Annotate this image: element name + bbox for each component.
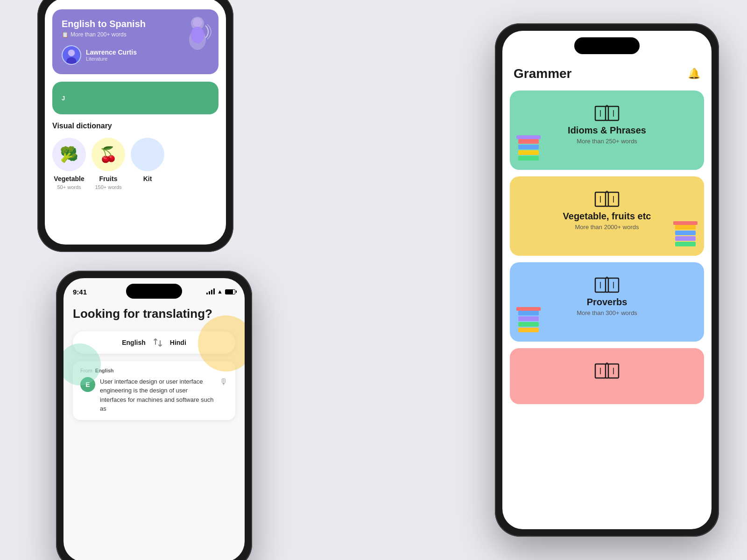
vegetable-name: Vegetable bbox=[54, 175, 84, 182]
dict-item-fruits[interactable]: 🍒 Fruits 150+ words bbox=[92, 138, 125, 190]
idioms-card-subtitle: More than 250+ words bbox=[577, 138, 637, 145]
dict-item-vegetable[interactable]: 🥦 Vegetable 50+ words bbox=[52, 138, 86, 190]
battery-icon bbox=[225, 289, 235, 294]
kit-name: Kit bbox=[143, 175, 152, 182]
author-role: Literature bbox=[86, 56, 137, 62]
from-label: From English bbox=[80, 368, 228, 373]
idioms-book-icon bbox=[593, 102, 621, 125]
status-icons: ▲ bbox=[206, 288, 235, 295]
author-info: Lawrence Curtis Literature bbox=[86, 49, 137, 62]
phone-3: Grammer 🔔 Idioms & Phrases More than 250… bbox=[495, 23, 719, 537]
svg-rect-38 bbox=[518, 311, 539, 315]
vegetable-books-decoration bbox=[673, 221, 698, 251]
svg-point-5 bbox=[68, 49, 75, 56]
fruits-icon-bg: 🍒 bbox=[92, 138, 125, 171]
lang-from-btn[interactable]: English bbox=[122, 339, 146, 346]
phone-2-screen: 9:41 ▲ Looking for translating? English bbox=[63, 278, 245, 560]
green-course-card: J bbox=[52, 82, 218, 114]
input-row: E User interface design or user interfac… bbox=[80, 377, 228, 413]
vegetable-card-subtitle: More than 2000+ words bbox=[575, 224, 639, 231]
idioms-card-title: Idioms & Phrases bbox=[568, 125, 646, 136]
green-card-label: J bbox=[62, 95, 65, 102]
svg-rect-26 bbox=[675, 231, 696, 235]
proverbs-card-title: Proverbs bbox=[587, 297, 627, 308]
kit-icon-bg bbox=[131, 138, 164, 171]
dynamic-island-3 bbox=[574, 37, 640, 54]
author-name: Lawrence Curtis bbox=[86, 49, 137, 56]
dict-item-kit[interactable]: Kit bbox=[131, 138, 164, 190]
fruits-icon: 🍒 bbox=[99, 146, 118, 163]
svg-point-2 bbox=[193, 18, 202, 27]
grammer-title: Grammer bbox=[514, 66, 572, 81]
phone-1: English to Spanish 📋 More than 200+ word… bbox=[37, 0, 233, 252]
input-text: User interface design or user interface … bbox=[100, 377, 215, 413]
vegetable-icon: 🥦 bbox=[60, 146, 78, 163]
svg-rect-24 bbox=[675, 242, 696, 246]
vegetable-count: 50+ words bbox=[57, 184, 81, 190]
svg-rect-17 bbox=[516, 135, 541, 139]
wifi-icon: ▲ bbox=[217, 288, 223, 295]
svg-rect-28 bbox=[673, 221, 698, 225]
dict-items-row: 🥦 Vegetable 50+ words 🍒 Fruits 150+ word… bbox=[45, 134, 226, 194]
svg-rect-25 bbox=[675, 236, 696, 241]
grammer-header: Grammer 🔔 bbox=[502, 59, 712, 91]
svg-rect-36 bbox=[518, 322, 539, 327]
svg-rect-37 bbox=[518, 316, 539, 321]
svg-rect-27 bbox=[675, 225, 696, 230]
card-illustration bbox=[176, 14, 214, 51]
vegetable-card-title: Vegetable, fruits etc bbox=[563, 211, 651, 222]
phone-3-screen: Grammer 🔔 Idioms & Phrases More than 250… bbox=[502, 31, 712, 529]
idioms-books-decoration bbox=[516, 135, 541, 165]
extra-card[interactable] bbox=[510, 348, 704, 404]
proverbs-book-icon bbox=[593, 273, 621, 297]
svg-rect-39 bbox=[516, 307, 541, 311]
phone-2: 9:41 ▲ Looking for translating? English bbox=[56, 271, 252, 560]
svg-rect-15 bbox=[518, 145, 539, 149]
swap-icon[interactable] bbox=[151, 336, 164, 349]
phone-1-screen: English to Spanish 📋 More than 200+ word… bbox=[45, 0, 226, 245]
lang-to-btn[interactable]: Hindi bbox=[170, 339, 186, 346]
fruits-count: 150+ words bbox=[95, 184, 121, 190]
fruits-name: Fruits bbox=[99, 175, 118, 182]
svg-rect-16 bbox=[518, 139, 539, 144]
proverbs-card-subtitle: More than 300+ words bbox=[577, 309, 637, 316]
course-card: English to Spanish 📋 More than 200+ word… bbox=[52, 9, 218, 74]
visual-dict-title: Visual dictionary bbox=[45, 114, 226, 134]
dynamic-island-2 bbox=[126, 284, 182, 299]
vegetable-icon-bg: 🥦 bbox=[52, 138, 86, 171]
proverbs-books-decoration bbox=[516, 307, 541, 337]
idioms-card[interactable]: Idioms & Phrases More than 250+ words bbox=[510, 91, 704, 170]
extra-book-icon bbox=[593, 359, 621, 383]
proverbs-card[interactable]: Proverbs More than 300+ words bbox=[510, 262, 704, 342]
svg-rect-35 bbox=[518, 328, 539, 332]
vegetable-book-icon bbox=[593, 188, 621, 211]
mic-icon[interactable]: 🎙 bbox=[219, 377, 228, 387]
svg-rect-13 bbox=[518, 156, 539, 161]
svg-point-3 bbox=[191, 27, 204, 43]
time-label: 9:41 bbox=[73, 288, 87, 296]
author-avatar bbox=[62, 45, 81, 65]
vegetable-card[interactable]: Vegetable, fruits etc More than 2000+ wo… bbox=[510, 176, 704, 256]
bell-icon[interactable]: 🔔 bbox=[688, 68, 700, 80]
svg-rect-14 bbox=[518, 150, 539, 155]
signal-icon bbox=[206, 289, 215, 294]
